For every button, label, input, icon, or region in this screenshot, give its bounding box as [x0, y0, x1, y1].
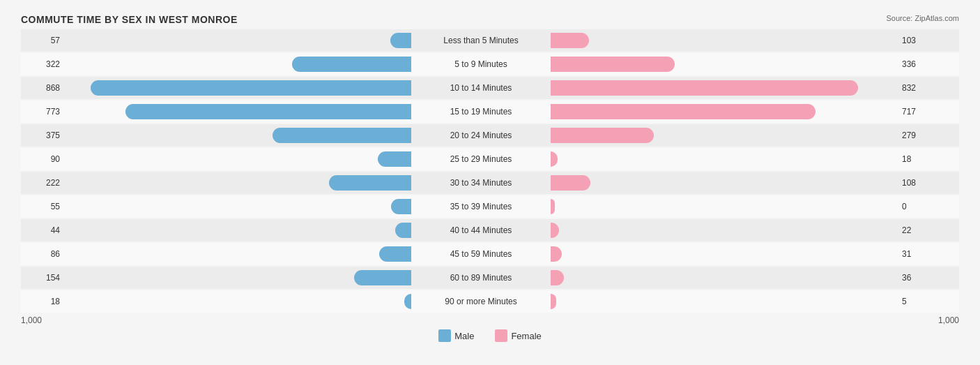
axis-left: 1,000	[21, 315, 42, 325]
female-bar-container	[551, 246, 899, 262]
female-value: 22	[899, 225, 941, 235]
female-bar	[551, 151, 558, 167]
table-row: 3225 to 9 Minutes336	[21, 53, 959, 75]
female-value: 31	[899, 249, 941, 259]
male-bar	[292, 57, 411, 72]
bar-label: 90 or more Minutes	[411, 297, 551, 306]
male-value: 375	[21, 131, 63, 140]
male-color-box	[438, 329, 451, 342]
female-bar-container	[551, 294, 899, 309]
male-value: 868	[21, 83, 63, 93]
male-bar-container	[63, 33, 411, 48]
female-bar-container	[551, 128, 899, 143]
male-bar-container	[63, 128, 411, 143]
female-color-box	[495, 329, 507, 342]
male-bar	[379, 246, 411, 262]
table-row: 1890 or more Minutes5	[21, 290, 959, 313]
bar-label: 15 to 19 Minutes	[411, 107, 551, 117]
female-value: 18	[899, 154, 941, 164]
female-bar	[551, 104, 816, 119]
male-bar-container	[63, 151, 411, 167]
legend-male: Male	[438, 329, 474, 342]
female-value: 103	[899, 36, 941, 45]
bar-label: 35 to 39 Minutes	[411, 202, 551, 211]
female-bar	[551, 33, 589, 48]
bar-label: 25 to 29 Minutes	[411, 154, 551, 164]
male-value: 154	[21, 273, 63, 283]
female-value: 832	[899, 83, 941, 93]
table-row: 4440 to 44 Minutes22	[21, 219, 959, 241]
axis-row: 1,000 1,000	[21, 315, 959, 325]
female-bar	[551, 128, 654, 143]
female-bar	[551, 294, 556, 309]
female-bar-container	[551, 270, 899, 285]
female-bar-container	[551, 33, 899, 48]
male-value: 773	[21, 107, 63, 117]
male-bar	[391, 199, 411, 214]
male-bar-container	[63, 80, 411, 96]
table-row: 8645 to 59 Minutes31	[21, 243, 959, 265]
table-row: 15460 to 89 Minutes36	[21, 267, 959, 289]
male-bar-container	[63, 104, 411, 119]
male-bar	[390, 33, 411, 48]
bar-label: 30 to 34 Minutes	[411, 178, 551, 188]
female-bar-container	[551, 175, 899, 191]
table-row: 22230 to 34 Minutes108	[21, 172, 959, 194]
table-row: 77315 to 19 Minutes717	[21, 100, 959, 123]
bar-label: 10 to 14 Minutes	[411, 83, 551, 93]
bar-label: 5 to 9 Minutes	[411, 59, 551, 69]
female-bar	[551, 175, 590, 191]
female-bar	[551, 223, 559, 238]
bar-label: 60 to 89 Minutes	[411, 273, 551, 283]
female-value: 108	[899, 178, 941, 188]
table-row: 37520 to 24 Minutes279	[21, 124, 959, 147]
female-value: 279	[899, 131, 941, 140]
table-row: 86810 to 14 Minutes832	[21, 77, 959, 99]
male-bar	[125, 104, 411, 119]
male-bar	[404, 294, 411, 309]
male-bar-container	[63, 199, 411, 214]
male-bar-container	[63, 294, 411, 309]
male-bar	[329, 175, 411, 191]
female-value: 717	[899, 107, 941, 117]
female-bar-container	[551, 223, 899, 238]
bar-label: 20 to 24 Minutes	[411, 131, 551, 140]
male-value: 86	[21, 249, 63, 259]
male-value: 18	[21, 297, 63, 306]
male-label: Male	[454, 331, 474, 341]
table-row: 57Less than 5 Minutes103	[21, 29, 959, 52]
chart-title: COMMUTE TIME BY SEX IN WEST MONROE	[21, 14, 959, 25]
female-value: 0	[899, 202, 941, 211]
female-bar-container	[551, 80, 899, 96]
male-value: 90	[21, 154, 63, 164]
female-bar-container	[551, 151, 899, 167]
male-bar-container	[63, 270, 411, 285]
female-value: 5	[899, 297, 941, 306]
male-bar	[91, 80, 411, 96]
female-label: Female	[511, 331, 541, 341]
male-value: 57	[21, 36, 63, 45]
male-bar	[273, 128, 411, 143]
male-bar-container	[63, 175, 411, 191]
female-bar	[551, 80, 858, 96]
male-value: 222	[21, 178, 63, 188]
source-text: Source: ZipAtlas.com	[886, 14, 959, 22]
female-bar-container	[551, 199, 899, 214]
female-bar-container	[551, 104, 899, 119]
male-bar	[378, 151, 411, 167]
female-bar	[551, 246, 562, 262]
male-bar-container	[63, 57, 411, 72]
male-bar-container	[63, 246, 411, 262]
female-bar	[551, 57, 675, 72]
female-bar	[551, 270, 564, 285]
male-bar	[395, 223, 411, 238]
bar-label: 40 to 44 Minutes	[411, 225, 551, 235]
male-bar-container	[63, 223, 411, 238]
male-value: 322	[21, 59, 63, 69]
male-bar	[354, 270, 411, 285]
bars-area: 57Less than 5 Minutes1033225 to 9 Minute…	[21, 29, 959, 313]
bar-label: Less than 5 Minutes	[411, 36, 551, 45]
chart-container: COMMUTE TIME BY SEX IN WEST MONROE Sourc…	[14, 7, 966, 363]
legend: Male Female	[21, 329, 959, 342]
bar-label: 45 to 59 Minutes	[411, 249, 551, 259]
